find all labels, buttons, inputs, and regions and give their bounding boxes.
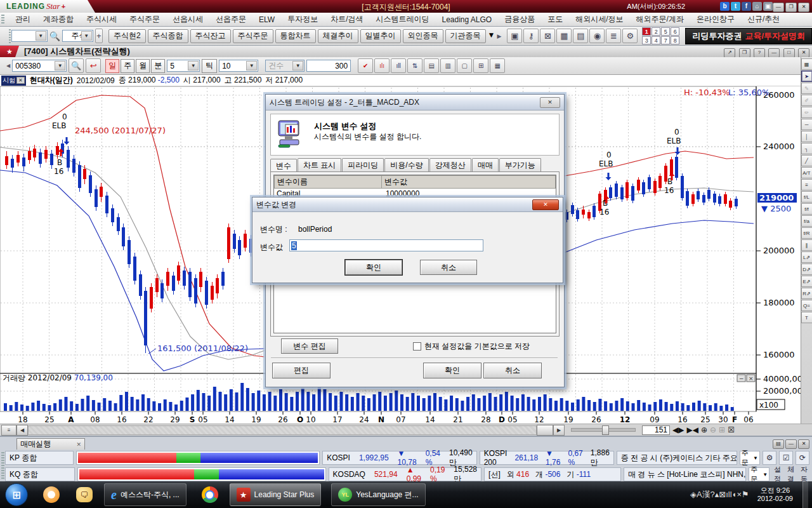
text-arrow-icon[interactable]: A/T (801, 167, 812, 178)
chevron-down-icon[interactable]: ▼ (81, 31, 92, 41)
grid-icon[interactable]: ▦ (490, 58, 505, 73)
close-icon[interactable]: ✕ (798, 3, 809, 12)
news-ticker-2[interactable]: 매 경 뉴 스 [Hot-Line 코스피] NHN, 지난해 실 (624, 467, 746, 481)
hline-icon[interactable]: ─ (801, 119, 812, 130)
kakaotalk-icon[interactable]: 🗨 (75, 485, 94, 504)
order-combo[interactable]: 주문▼ (749, 467, 769, 481)
menu-item-선옵시세[interactable]: 선옵시세 (166, 13, 209, 26)
chrome-icon[interactable] (200, 485, 219, 504)
tick-count-combo[interactable]: 10 ▼ (219, 60, 258, 72)
fib-lines-icon[interactable]: ≡ (801, 179, 812, 190)
ime-hanja-icon[interactable]: 漢 (702, 490, 710, 499)
edit-button[interactable]: 편집 (272, 363, 331, 378)
news-ticker-1[interactable]: 증 전 공 시 (주)케이티스 기타 주요경영사항(지 (617, 451, 737, 465)
quick-button-주식주문[interactable]: 주식주문 (233, 29, 273, 43)
restore-icon[interactable]: ❐ (785, 3, 797, 12)
scroll-left-icon[interactable]: ◀ (16, 425, 28, 436)
close-icon[interactable]: ✕ (16, 77, 25, 84)
vline-icon[interactable]: │ (801, 131, 812, 142)
menu-item-포도[interactable]: 포도 (541, 13, 569, 26)
menu-item-차트/검색[interactable]: 차트/검색 (324, 13, 369, 26)
variable-value-input[interactable]: 5 (289, 239, 483, 251)
close-icon[interactable]: ✕ (798, 439, 809, 449)
checkbox-icon[interactable] (413, 342, 421, 351)
close-icon[interactable]: ✕ (532, 199, 559, 210)
screen-slot-5[interactable]: 5 (661, 27, 670, 36)
gom-player-icon[interactable] (42, 485, 61, 504)
quick-button-일별추이[interactable]: 일별추이 (360, 29, 401, 43)
action-center-icon[interactable]: ⚑ (742, 490, 749, 499)
popout-icon[interactable]: ↗ (724, 48, 735, 58)
social-t-icon[interactable]: t (731, 2, 740, 11)
menu-item-주식시세[interactable]: 주식시세 (80, 13, 123, 26)
duplicate-icon[interactable]: ❐ (739, 48, 750, 58)
close-icon[interactable]: ✕ (798, 48, 809, 58)
recall-icon[interactable]: ↩ (86, 58, 101, 73)
expand-horizontal-icon[interactable]: ◀▶ (672, 425, 684, 434)
ok-button[interactable]: 확인 (345, 260, 402, 275)
period-button-월[interactable]: 월 (136, 59, 150, 73)
taskbar-item-leading-star[interactable]: ★ Leading Star Plus (230, 483, 322, 506)
line-reg-icon[interactable]: L⇗ (801, 251, 812, 263)
gear-icon[interactable]: ⚙ (622, 29, 638, 43)
stock-code-combo[interactable]: 005380 ▼ (12, 60, 67, 72)
cancel-button[interactable]: 취소 (483, 363, 542, 378)
quick-button-주식잔고[interactable]: 주식잔고 (190, 29, 231, 43)
period-button-주[interactable]: 주 (121, 59, 134, 73)
grip-icon[interactable]: ≡ (1, 425, 16, 436)
tab-피라미딩[interactable]: 피라미딩 (342, 158, 384, 172)
search-icon[interactable]: 🔍 (49, 29, 60, 43)
auto-refresh-icon[interactable]: ⟳ (796, 451, 809, 465)
screen-slot-1[interactable]: 1 (642, 27, 651, 36)
board-icon[interactable]: ▢ (457, 58, 472, 73)
add-button[interactable]: + (95, 29, 103, 43)
screen-slot-3[interactable]: 3 (642, 36, 651, 44)
tab-trade-execution[interactable]: 매매실행 ✕ (16, 438, 85, 450)
panel-list-icon[interactable]: ▤ (773, 439, 784, 449)
monitor-icon[interactable]: ▣ (507, 29, 522, 43)
menu-item-시스템트레이딩[interactable]: 시스템트레이딩 (369, 13, 435, 26)
dialog-titlebar[interactable]: 시스템 트레이딩 설정 - 2_터틀_MACD_ADX ✕ (266, 95, 564, 110)
col-variable-name[interactable]: 변수이름 (274, 175, 382, 189)
menu-item-신규/추천[interactable]: 신규/추천 (741, 13, 786, 26)
fib-arc-icon[interactable]: f/a (801, 215, 812, 227)
tab-차트 표시[interactable]: 차트 표시 (298, 158, 341, 172)
quick-button-주식현2[interactable]: 주식현2 (108, 29, 146, 43)
help-icon[interactable]: ? (754, 48, 765, 58)
network-error-icon[interactable]: ⊠ (719, 490, 726, 499)
start-button[interactable]: ⊞ (5, 483, 28, 506)
variable-edit-button[interactable]: 변수 편집 (281, 338, 338, 354)
camera-icon[interactable]: ◉ (589, 29, 605, 43)
screen-slot-8[interactable]: 8 (671, 36, 679, 44)
close-icon[interactable]: ✕ (540, 97, 560, 108)
market-combo[interactable]: 주식 ▼ (62, 30, 93, 42)
menu-item-해외시세/정보[interactable]: 해외시세/정보 (569, 13, 629, 26)
help-tray-icon[interactable]: ? (710, 490, 715, 499)
fib-retrace-icon[interactable]: f/R (801, 227, 812, 239)
tab-매매[interactable]: 매매 (472, 158, 499, 172)
fill-confirm-icon[interactable]: ☑ (779, 451, 793, 465)
calculator-icon[interactable]: ▦ (556, 29, 572, 43)
period-button-일[interactable]: 일 (105, 59, 119, 73)
menu-item-계좌종합[interactable]: 계좌종합 (37, 13, 80, 26)
doc-edit-icon[interactable]: ▥ (440, 58, 455, 73)
doc-copy-icon[interactable]: ▤ (424, 58, 439, 73)
chevron-down-icon[interactable]: ▼ (55, 61, 65, 70)
stock-search-combo[interactable]: ▼ (11, 30, 48, 42)
scrollbar-handle[interactable] (537, 425, 553, 436)
bar-position-input[interactable] (642, 425, 670, 435)
taskbar-item-yeslanguage[interactable]: YL YesLanguage 편... (331, 483, 425, 506)
printer-icon[interactable]: ≣ (606, 29, 621, 43)
tab-강제청산[interactable]: 강제청산 (429, 158, 471, 172)
tick-button[interactable]: 틱 (202, 59, 217, 73)
screen-slot-2[interactable]: 2 (652, 27, 660, 36)
save-default-checkbox[interactable]: 현재 설정값을 기본값으로 저장 (413, 341, 530, 352)
screen-slot-6[interactable]: 6 (671, 27, 679, 36)
lock-icon[interactable]: ⊠ (540, 29, 555, 43)
social-⌂-icon[interactable]: ⌂ (752, 2, 762, 11)
pen3-icon[interactable]: ✏ (801, 107, 812, 118)
minimize-icon[interactable]: — (773, 3, 784, 12)
mute-icon[interactable]: ◖× (732, 490, 742, 499)
close-icon[interactable]: ✕ (76, 441, 81, 448)
quick-button-체결추이[interactable]: 체결추이 (318, 29, 358, 43)
